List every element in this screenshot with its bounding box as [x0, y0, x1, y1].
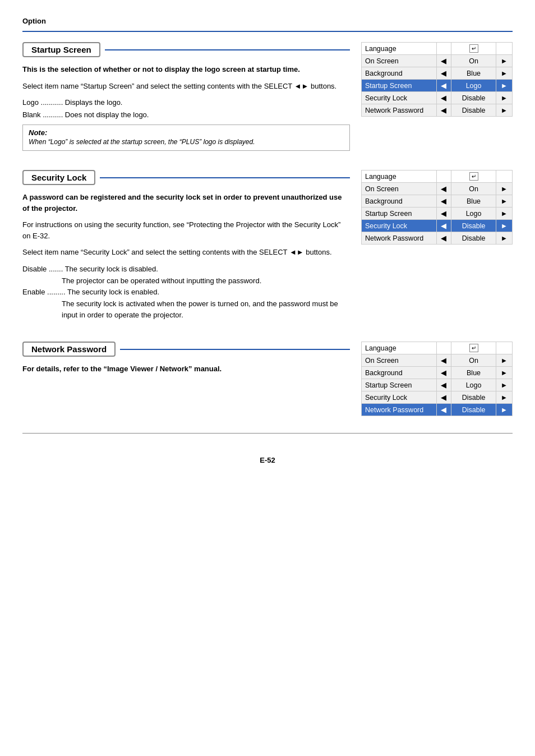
menu-value-security-3: Disable	[451, 391, 496, 404]
menu-row-network-3: Network Password ◀ Disable ►	[362, 404, 513, 416]
list-item-enable-detail: The security lock is activated when the …	[22, 298, 350, 320]
menu-row-onscreen-2: On Screen ◀ On ►	[362, 183, 513, 195]
menu-value-network-3: Disable	[451, 404, 496, 416]
menu-arrow-right-language-3	[496, 342, 513, 354]
menu-row-onscreen: On Screen ◀ On ►	[362, 55, 513, 67]
section-network-password: Network Password For details, refer to t…	[22, 342, 513, 416]
network-desc-bold: For details, refer to the “Image Viewer …	[22, 363, 350, 375]
menu-label-background: Background	[362, 67, 437, 80]
menu-arrow-left-startup-3: ◀	[436, 379, 451, 391]
menu-value-security-2: Disable	[451, 220, 496, 232]
menu-arrow-left-background-3: ◀	[436, 367, 451, 379]
security-title: Security Lock	[22, 170, 95, 185]
menu-row-onscreen-3: On Screen ◀ On ►	[362, 354, 513, 367]
menu-arrow-right-security-1: ►	[496, 92, 513, 104]
menu-arrow-right-onscreen: ►	[496, 55, 513, 67]
menu-row-security-lock-1: Security Lock ◀ Disable ►	[362, 92, 513, 104]
list-item-disable: Disable ....... The security lock is dis…	[22, 264, 350, 275]
menu-label-language-2: Language	[362, 170, 437, 183]
menu-label-onscreen-3: On Screen	[362, 354, 437, 367]
menu-row-security-3: Security Lock ◀ Disable ►	[362, 391, 513, 404]
menu-arrow-left-security-3: ◀	[436, 391, 451, 404]
security-menu: Language ↵ On Screen ◀ On ► Background ◀…	[361, 170, 513, 325]
security-desc-1: For instructions on using the security f…	[22, 219, 350, 241]
menu-arrow-left-onscreen-2: ◀	[436, 183, 451, 195]
network-menu-table: Language ↵ On Screen ◀ On ► Background ◀…	[361, 342, 513, 416]
menu-label-onscreen-2: On Screen	[362, 183, 437, 195]
startup-title-row: Startup Screen	[22, 42, 350, 57]
startup-menu: Language ↵ On Screen ◀ On ► Background ◀…	[361, 42, 513, 153]
menu-value-language: ↵	[451, 43, 496, 55]
menu-value-background-3: Blue	[451, 367, 496, 379]
menu-row-language: Language ↵	[362, 43, 513, 55]
menu-value-language-2: ↵	[451, 170, 496, 183]
menu-row-startup-2: Startup Screen ◀ Logo ►	[362, 208, 513, 220]
security-title-line	[100, 177, 350, 178]
menu-row-network-2: Network Password ◀ Disable ►	[362, 232, 513, 245]
startup-note-box: Note: When “Logo” is selected at the sta…	[22, 125, 350, 151]
menu-value-network-2: Disable	[451, 232, 496, 245]
menu-value-background: Blue	[451, 67, 496, 80]
menu-value-network-1: Disable	[451, 104, 496, 117]
menu-label-onscreen: On Screen	[362, 55, 437, 67]
menu-arrow-right-startup-3: ►	[496, 379, 513, 391]
note-text: When “Logo” is selected at the startup s…	[29, 137, 344, 147]
menu-arrow-right-startup: ►	[496, 80, 513, 92]
list-item-disable-detail: The projector can be operated without in…	[22, 275, 350, 287]
menu-arrow-right-language	[496, 43, 513, 55]
menu-row-network-pw-1: Network Password ◀ Disable ►	[362, 104, 513, 117]
header-rule	[22, 31, 513, 32]
menu-arrow-left-language-2	[436, 170, 451, 183]
section-security-lock: Security Lock A password can be register…	[22, 170, 513, 325]
menu-label-security-1: Security Lock	[362, 92, 437, 104]
menu-arrow-right-network-3: ►	[496, 404, 513, 416]
menu-arrow-left-security-2: ◀	[436, 220, 451, 232]
menu-arrow-left-background: ◀	[436, 67, 451, 80]
menu-arrow-left-language	[436, 43, 451, 55]
security-list: Disable ....... The security lock is dis…	[22, 264, 350, 321]
section-security-left: Security Lock A password can be register…	[22, 170, 361, 325]
network-title-row: Network Password	[22, 342, 350, 357]
section-startup-screen: Startup Screen This is the selection of …	[22, 42, 513, 153]
menu-value-security-1: Disable	[451, 92, 496, 104]
menu-label-language-3: Language	[362, 342, 437, 354]
menu-arrow-left-startup: ◀	[436, 80, 451, 92]
menu-arrow-right-language-2	[496, 170, 513, 183]
section-startup-left: Startup Screen This is the selection of …	[22, 42, 361, 153]
menu-label-language: Language	[362, 43, 437, 55]
menu-value-onscreen: On	[451, 55, 496, 67]
menu-label-background-2: Background	[362, 195, 437, 208]
menu-value-background-2: Blue	[451, 195, 496, 208]
menu-arrow-right-background-3: ►	[496, 367, 513, 379]
menu-value-startup: Logo	[451, 80, 496, 92]
menu-arrow-left-startup-2: ◀	[436, 208, 451, 220]
menu-row-background: Background ◀ Blue ►	[362, 67, 513, 80]
menu-arrow-right-network-1: ►	[496, 104, 513, 117]
option-label: Option	[22, 17, 46, 25]
network-title-line	[120, 349, 350, 350]
security-menu-table: Language ↵ On Screen ◀ On ► Background ◀…	[361, 170, 513, 245]
menu-arrow-right-onscreen-2: ►	[496, 183, 513, 195]
menu-label-startup-3: Startup Screen	[362, 379, 437, 391]
menu-label-network-3: Network Password	[362, 404, 437, 416]
menu-arrow-right-network-2: ►	[496, 232, 513, 245]
menu-label-network-1: Network Password	[362, 104, 437, 117]
security-title-row: Security Lock	[22, 170, 350, 185]
menu-row-language-2: Language ↵	[362, 170, 513, 183]
page-header: Option	[22, 17, 513, 25]
startup-desc-bold: This is the selection of whether or not …	[22, 64, 350, 75]
startup-title: Startup Screen	[22, 42, 100, 57]
list-item-enable: Enable ......... The security lock is en…	[22, 287, 350, 298]
menu-label-startup-screen: Startup Screen	[362, 80, 437, 92]
list-item-blank: Blank .......... Does not display the lo…	[22, 109, 350, 121]
menu-value-onscreen-2: On	[451, 183, 496, 195]
menu-row-language-3: Language ↵	[362, 342, 513, 354]
network-title: Network Password	[22, 342, 116, 357]
menu-arrow-left-network-3: ◀	[436, 404, 451, 416]
menu-value-language-3: ↵	[451, 342, 496, 354]
menu-label-network-2: Network Password	[362, 232, 437, 245]
menu-value-startup-3: Logo	[451, 379, 496, 391]
menu-arrow-right-background-2: ►	[496, 195, 513, 208]
page-number: E-52	[260, 456, 275, 464]
menu-row-startup-3: Startup Screen ◀ Logo ►	[362, 379, 513, 391]
